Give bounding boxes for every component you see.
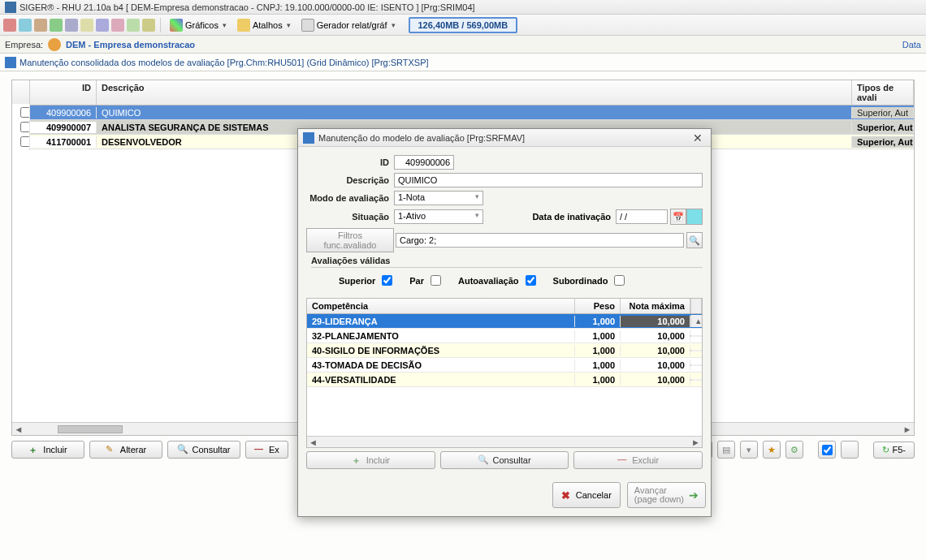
situacao-select[interactable]: 1-Ativo — [394, 209, 483, 224]
avancar-button[interactable]: Avançar (page down) ➔ — [627, 482, 706, 508]
descricao-input[interactable] — [394, 173, 703, 187]
grid-header-tipos[interactable]: Tipos de avali — [852, 80, 914, 105]
grid-header-descricao[interactable]: Descrição — [97, 80, 852, 105]
modo-label: Modo de avaliação — [306, 193, 394, 203]
excluir-button-trunc[interactable]: —Ex — [245, 441, 288, 459]
ig-nota: 10,000 — [621, 345, 690, 356]
row-tipos: Superior, Aut — [852, 136, 914, 148]
toolbar-icon-10[interactable] — [142, 19, 155, 32]
empresa-value[interactable]: DEM - Empresa demonstracao — [66, 40, 195, 50]
ig-header-comp[interactable]: Competência — [307, 299, 575, 313]
ig-row[interactable]: 44-VERSATILIDADE 1,000 10,000 — [307, 373, 702, 387]
toolbar-icon-8[interactable] — [111, 19, 124, 32]
grid-header-id[interactable]: ID — [30, 80, 97, 105]
square-btn-6[interactable]: ⚙ — [785, 441, 803, 459]
square-btn-3[interactable]: ▤ — [717, 441, 735, 459]
toolbar-icon-2[interactable] — [19, 19, 32, 32]
incluir-button[interactable]: ＋Incluir — [11, 441, 84, 459]
minus-icon: — — [254, 444, 266, 455]
row-checkbox[interactable] — [20, 136, 30, 147]
modal-incluir-button[interactable]: ＋Incluir — [306, 451, 435, 469]
row-id: 409900007 — [30, 122, 97, 133]
filtros-button[interactable]: Filtros func.avaliado — [306, 228, 394, 252]
tab-title[interactable]: Manutenção consolidada dos modelos de av… — [19, 58, 429, 67]
f5-button[interactable]: ↻F5- — [873, 442, 915, 459]
scroll-up-icon[interactable]: ▴ — [690, 315, 702, 327]
subordinado-checkbox[interactable] — [614, 275, 625, 286]
row-tipos: Superior, Aut — [852, 122, 914, 133]
square-btn-5[interactable]: ★ — [763, 441, 781, 459]
row-checkbox[interactable] — [20, 107, 30, 118]
ig-hscrollbar[interactable]: ◄ ► — [307, 436, 702, 447]
graficos-dropdown[interactable]: Gráficos — [166, 16, 231, 34]
ig-peso: 1,000 — [575, 360, 621, 371]
filtros-input[interactable] — [396, 233, 684, 248]
row-tipos: Superior, Aut — [852, 107, 914, 118]
gear-icon: ⚙ — [790, 445, 798, 455]
grid-row[interactable]: 409900006 QUIMICO Superior, Aut — [12, 106, 914, 120]
scroll-left-icon[interactable]: ◄ — [12, 424, 25, 434]
modo-select[interactable]: 1-Nota — [394, 191, 483, 205]
close-icon[interactable]: ✕ — [690, 131, 706, 144]
toolbar-icon-7[interactable] — [96, 19, 109, 32]
modal-titlebar[interactable]: Manutenção do modelo de avaliação [Prg:S… — [298, 129, 711, 147]
row-checkbox[interactable] — [20, 122, 30, 132]
toolbar-icon-5[interactable] — [65, 19, 78, 32]
par-label: Par — [409, 276, 424, 286]
gerador-dropdown[interactable]: Gerador relat/gráf — [297, 16, 400, 34]
superior-checkbox[interactable] — [382, 275, 392, 286]
toolbar-separator — [160, 18, 161, 32]
autoavaliacao-checkbox[interactable] — [526, 275, 536, 286]
row-id: 409900006 — [30, 107, 97, 118]
ig-row[interactable]: 29-LIDERANÇA 1,000 10,000 ▴ — [307, 314, 702, 329]
incluir-label: Incluir — [43, 445, 67, 454]
atalhos-dropdown[interactable]: Atalhos — [233, 16, 295, 34]
modal-excluir-button[interactable]: —Excluir — [573, 451, 703, 469]
toolbar-icon-4[interactable] — [50, 19, 63, 32]
search-icon: 🔍 — [478, 454, 489, 466]
ig-header: Competência Peso Nota máxima — [307, 299, 702, 314]
search-icon[interactable]: 🔍 — [686, 232, 703, 248]
toggle-checkbox[interactable] — [822, 445, 833, 455]
excluir-label: Ex — [269, 445, 279, 454]
id-input[interactable] — [394, 155, 454, 170]
cancelar-button[interactable]: ✖ Cancelar — [552, 482, 621, 508]
ig-row[interactable]: 32-PLANEJAMENTO 1,000 10,000 — [307, 329, 702, 343]
ig-header-peso[interactable]: Peso — [575, 299, 621, 313]
ig-row[interactable]: 43-TOMADA DE DECISÃO 1,000 10,000 — [307, 358, 702, 373]
tab-strip: Manutenção consolidada dos modelos de av… — [0, 54, 926, 71]
toolbar-icon-3[interactable] — [34, 19, 47, 32]
toolbar-icon-6[interactable] — [80, 19, 93, 32]
square-btn-4[interactable]: ▾ — [740, 441, 758, 459]
scroll-right-icon[interactable]: ► — [901, 424, 914, 434]
par-checkbox[interactable] — [431, 275, 441, 286]
scroll-left-icon[interactable]: ◄ — [309, 437, 318, 447]
square-btn-7[interactable] — [818, 441, 836, 459]
scroll-thumb[interactable] — [58, 425, 123, 433]
ig-comp: 32-PLANEJAMENTO — [307, 330, 575, 342]
toolbar-icon-1[interactable] — [3, 19, 16, 32]
modal-button-row: ＋Incluir 🔍Consultar —Excluir — [306, 451, 703, 469]
situacao-label: Situação — [306, 212, 394, 222]
alterar-button[interactable]: ✎Alterar — [89, 441, 162, 459]
modal-consultar-button[interactable]: 🔍Consultar — [440, 451, 569, 469]
square-btn-8[interactable] — [841, 441, 859, 459]
window-title: SIGER® - RHU 21.10a b4 [ DEM-Empresa dem… — [19, 2, 475, 12]
plus-icon: ＋ — [352, 454, 363, 466]
plus-icon: ＋ — [28, 444, 40, 455]
toolbar-icon-9[interactable] — [127, 19, 140, 32]
arrow-right-icon: ➔ — [689, 489, 699, 502]
superior-label: Superior — [339, 276, 375, 286]
data-inat-input[interactable] — [616, 209, 668, 224]
consultar-button[interactable]: 🔍Consultar — [167, 441, 240, 459]
ig-comp: 29-LIDERANÇA — [307, 316, 575, 327]
scroll-right-icon[interactable]: ► — [691, 437, 700, 447]
date-label: Data — [902, 40, 921, 50]
modal-dialog: Manutenção do modelo de avaliação [Prg:S… — [297, 128, 712, 517]
ig-nota: 10,000 — [621, 316, 690, 327]
ig-header-nota[interactable]: Nota máxima — [621, 299, 690, 313]
calendar-icon[interactable]: 📅 — [670, 209, 686, 225]
ig-row[interactable]: 40-SIGILO DE INFORMAÇÕES 1,000 10,000 — [307, 343, 702, 358]
f5-label: F5- — [893, 445, 907, 454]
ig-comp: 40-SIGILO DE INFORMAÇÕES — [307, 345, 575, 356]
